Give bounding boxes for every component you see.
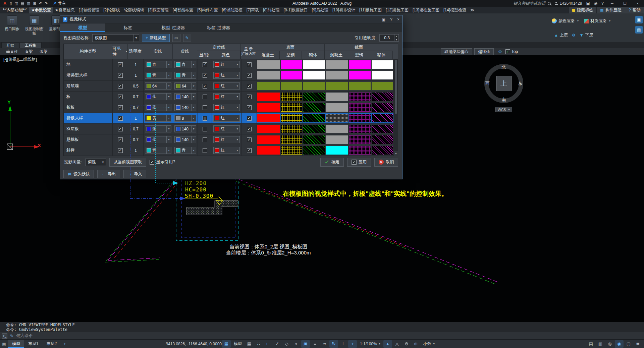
- doc-tab[interactable]: 开始: [1, 42, 19, 48]
- dashed-line-color-dropdown[interactable]: 8▾: [174, 115, 196, 122]
- save-icon[interactable]: ▤: [21, 1, 24, 6]
- filter-caret-icon[interactable]: ▼: [125, 50, 127, 53]
- viewcube[interactable]: 北 南 西 东 上: [484, 64, 523, 103]
- surface-steel-swatch[interactable]: [281, 82, 302, 90]
- command-input-row[interactable]: >_ ✎ 键入命令: [0, 332, 644, 339]
- table-row[interactable]: 建筑墙 0.5 64▾ 64▾ 红▾: [64, 81, 394, 92]
- position-line-visibility-checkbox[interactable]: [203, 148, 207, 153]
- close-button[interactable]: ×: [633, 1, 642, 5]
- dialog-tab[interactable]: 模型-过滤器: [151, 23, 196, 32]
- set-default-button[interactable]: ▤设为默认: [63, 170, 94, 178]
- solid-line-color-dropdown[interactable]: 蓝▾: [145, 136, 171, 143]
- table-scrollbar[interactable]: ▼: [394, 59, 398, 156]
- component-visibility-button[interactable]: ▦ 构件显隐: [596, 7, 625, 13]
- toolbar-gear-icon[interactable]: ⚙: [498, 49, 502, 54]
- surface-steel-swatch[interactable]: [281, 93, 302, 101]
- section-concrete-swatch[interactable]: [326, 146, 348, 155]
- autocad-logo-icon[interactable]: A: [2, 1, 8, 6]
- spin-up-icon[interactable]: ▲: [395, 35, 398, 38]
- ribbon-tab[interactable]: [4]智能布置: [171, 7, 195, 13]
- visibility-checkbox[interactable]: [118, 116, 123, 121]
- viewport-sync-tool[interactable]: ◫视口同步: [2, 15, 22, 35]
- show-reference-checkbox[interactable]: [150, 160, 154, 165]
- surface-steel-swatch[interactable]: [281, 103, 302, 112]
- section-masonry-swatch[interactable]: [372, 125, 393, 133]
- command-history[interactable]: 命令: CMD_VIEWTYPE_MODELSTYLE 命令: CmdViewS…: [0, 322, 644, 332]
- ok-button[interactable]: ✓ 确定: [320, 158, 344, 167]
- extend-content-checkbox[interactable]: [247, 73, 252, 78]
- lineweight-icon[interactable]: ≡: [311, 340, 319, 348]
- section-masonry-swatch[interactable]: [372, 93, 393, 101]
- dialog-tab[interactable]: 模型: [60, 23, 105, 32]
- palette-icon-bottom[interactable]: ▤: [635, 26, 643, 34]
- doc-tab[interactable]: 工程集: [20, 42, 42, 48]
- opacity-value[interactable]: 0.5: [128, 81, 144, 91]
- graphics-performance-icon[interactable]: ◉: [615, 340, 624, 348]
- selection-cycling-icon[interactable]: ↻: [329, 340, 338, 348]
- extend-content-checkbox[interactable]: [247, 148, 252, 153]
- model-space-icon[interactable]: ▦: [222, 340, 231, 348]
- section-concrete-swatch[interactable]: [326, 71, 348, 79]
- rename-type-button[interactable]: ✎: [183, 34, 191, 42]
- surface-masonry-swatch[interactable]: [303, 71, 325, 79]
- surface-concrete-swatch[interactable]: [257, 93, 280, 101]
- section-steel-swatch[interactable]: [349, 103, 371, 112]
- minimize-button[interactable]: ─: [608, 1, 616, 5]
- surface-steel-swatch[interactable]: [281, 146, 302, 155]
- autoscale-icon[interactable]: ◬: [393, 340, 401, 348]
- undo-icon[interactable]: ↶: [39, 1, 42, 6]
- workspace-gear-icon[interactable]: ⚙: [402, 340, 411, 348]
- opacity-value[interactable]: 1: [128, 59, 144, 70]
- section-masonry-swatch[interactable]: [372, 71, 393, 79]
- position-line-color-dropdown[interactable]: 红▾: [213, 115, 240, 122]
- surface-masonry-swatch[interactable]: [303, 103, 325, 112]
- table-row[interactable]: 板 0.7 蓝▾ 140▾ 红▾: [64, 92, 394, 102]
- ref-opacity-spinner[interactable]: 0.3 ▲▼: [379, 34, 399, 42]
- delete-type-button[interactable]: ▭: [172, 34, 180, 42]
- viewport-controls-label[interactable]: [-][俯视][二维线框]: [3, 57, 37, 62]
- table-row[interactable]: 折板 0.7 蓝▾ 140▾ 红▾: [64, 102, 394, 113]
- apply-button[interactable]: ✓ 应用: [347, 158, 371, 167]
- header-visibility[interactable]: 可见性▼: [112, 44, 128, 59]
- surface-steel-swatch[interactable]: [281, 135, 302, 144]
- visibility-checkbox[interactable]: [118, 73, 123, 78]
- cancel-beam-wall-offset-button[interactable]: 取消梁墙偏心: [441, 48, 472, 55]
- open-file-icon[interactable]: ◫: [14, 1, 18, 6]
- ribbon-tab[interactable]: [7]荷载: [245, 7, 261, 13]
- save-as-icon[interactable]: ▥: [27, 1, 30, 6]
- visibility-checkbox[interactable]: [118, 127, 123, 131]
- tab-overflow-icon[interactable]: ≫: [468, 7, 477, 13]
- visibility-checkbox[interactable]: [118, 105, 123, 110]
- layout-tab[interactable]: 模型: [8, 340, 24, 348]
- dashed-line-color-dropdown[interactable]: 64▾: [174, 82, 196, 90]
- grid-icon[interactable]: ▦: [245, 340, 254, 348]
- surface-masonry-swatch[interactable]: [303, 125, 325, 133]
- visibility-checkbox[interactable]: [118, 148, 123, 153]
- units-button[interactable]: 小数▾: [421, 341, 437, 347]
- dashed-line-color-dropdown[interactable]: 青▾: [174, 147, 196, 154]
- section-concrete-swatch[interactable]: [326, 114, 348, 122]
- section-concrete-swatch[interactable]: [326, 82, 348, 90]
- color-render-dropdown[interactable]: 颜色渲染 ▾: [552, 18, 579, 24]
- surface-steel-swatch[interactable]: [281, 71, 302, 79]
- section-masonry-swatch[interactable]: [372, 103, 393, 112]
- position-line-color-dropdown[interactable]: 红▾: [213, 61, 240, 68]
- position-line-visibility-checkbox[interactable]: [203, 62, 207, 67]
- command-input[interactable]: 键入命令: [16, 333, 32, 339]
- ribbon-tab[interactable]: [13]墙柱施工图: [411, 7, 441, 13]
- surface-concrete-swatch[interactable]: [257, 60, 280, 69]
- polar-tracking-icon[interactable]: ∠: [273, 340, 282, 348]
- visibility-checkbox[interactable]: [118, 137, 123, 142]
- table-row[interactable]: 斜撑 1 青▾ 青▾ 红▾: [64, 145, 394, 156]
- ortho-icon[interactable]: ∟: [264, 340, 272, 348]
- section-masonry-swatch[interactable]: [372, 82, 393, 90]
- help-icon[interactable]: ?: [601, 1, 604, 6]
- section-steel-swatch[interactable]: [349, 114, 371, 122]
- viewcube-south[interactable]: 南: [484, 97, 523, 103]
- help-menu-button[interactable]: ? 帮助: [625, 7, 644, 13]
- vertical-column-button[interactable]: 垂直柱: [3, 49, 21, 55]
- import-button[interactable]: →导入: [123, 170, 146, 178]
- dashed-line-color-dropdown[interactable]: 140▾: [174, 136, 196, 143]
- opacity-value[interactable]: 0.7: [128, 124, 144, 134]
- dashed-line-color-dropdown[interactable]: 140▾: [174, 104, 196, 111]
